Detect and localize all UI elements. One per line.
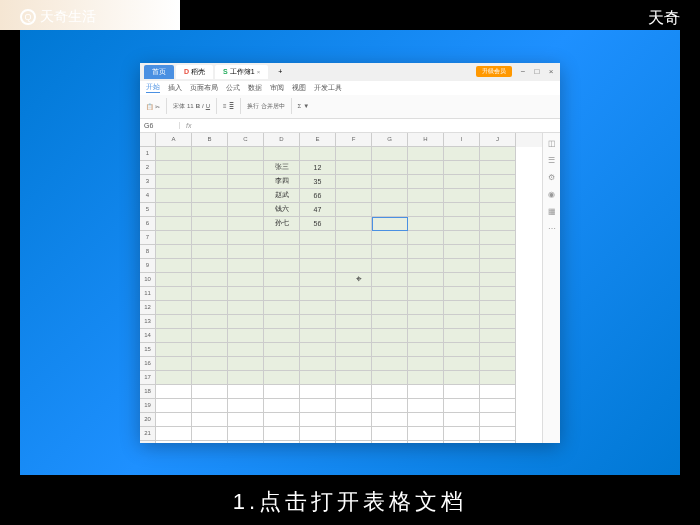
cell[interactable] [300, 357, 336, 371]
cell[interactable] [192, 357, 228, 371]
cell[interactable] [444, 427, 480, 441]
cell[interactable] [444, 343, 480, 357]
cell[interactable] [156, 287, 192, 301]
cell[interactable] [228, 287, 264, 301]
sheet-tab[interactable]: S 工作簿1 × [215, 65, 268, 79]
cell[interactable] [264, 301, 300, 315]
col-header[interactable]: B [192, 133, 228, 147]
menu-start[interactable]: 开始 [146, 82, 160, 93]
cell[interactable] [372, 259, 408, 273]
cell[interactable] [480, 301, 516, 315]
cell[interactable] [372, 427, 408, 441]
cell[interactable] [264, 427, 300, 441]
cell[interactable] [264, 399, 300, 413]
cell[interactable] [228, 273, 264, 287]
cell[interactable] [480, 399, 516, 413]
cell[interactable] [264, 147, 300, 161]
cell[interactable] [264, 441, 300, 443]
cell[interactable] [372, 413, 408, 427]
cell[interactable] [264, 231, 300, 245]
menu-dev[interactable]: 开发工具 [314, 83, 342, 93]
cut-button[interactable]: ✂ [155, 103, 160, 110]
cell[interactable] [228, 231, 264, 245]
cell[interactable] [192, 427, 228, 441]
cell[interactable] [336, 203, 372, 217]
cell[interactable] [480, 357, 516, 371]
minimize-button[interactable]: − [518, 67, 528, 77]
row-header[interactable]: 1 [140, 147, 156, 161]
cell[interactable] [444, 301, 480, 315]
cell[interactable] [480, 231, 516, 245]
row-header[interactable]: 8 [140, 245, 156, 259]
cell[interactable] [300, 427, 336, 441]
cell[interactable] [444, 399, 480, 413]
italic-button[interactable]: I [202, 103, 204, 109]
new-tab-button[interactable]: + [270, 66, 290, 77]
cell[interactable] [480, 273, 516, 287]
cell[interactable] [408, 273, 444, 287]
cell[interactable] [480, 413, 516, 427]
cell[interactable] [300, 231, 336, 245]
cell[interactable] [372, 287, 408, 301]
bold-button[interactable]: B [196, 103, 200, 109]
cell[interactable] [228, 161, 264, 175]
cell[interactable] [372, 273, 408, 287]
cell[interactable] [444, 203, 480, 217]
cell[interactable] [372, 399, 408, 413]
sidebar-icon[interactable]: ◫ [548, 139, 556, 148]
cell[interactable] [300, 329, 336, 343]
cell[interactable] [408, 217, 444, 231]
cell[interactable]: 35 [300, 175, 336, 189]
cell[interactable] [372, 315, 408, 329]
cell[interactable] [444, 147, 480, 161]
menu-data[interactable]: 数据 [248, 83, 262, 93]
col-header[interactable]: C [228, 133, 264, 147]
cell[interactable] [336, 357, 372, 371]
cell[interactable]: 赵武 [264, 189, 300, 203]
cell[interactable] [156, 343, 192, 357]
cell[interactable] [192, 315, 228, 329]
underline-button[interactable]: U [206, 103, 210, 109]
cell[interactable] [156, 259, 192, 273]
row-header[interactable]: 4 [140, 189, 156, 203]
cell[interactable] [408, 175, 444, 189]
cell[interactable] [264, 385, 300, 399]
cell[interactable] [300, 147, 336, 161]
cell[interactable] [156, 413, 192, 427]
row-header[interactable]: 13 [140, 315, 156, 329]
cell[interactable] [228, 175, 264, 189]
cell[interactable] [444, 329, 480, 343]
cell[interactable] [336, 315, 372, 329]
row-header[interactable]: 21 [140, 427, 156, 441]
cell[interactable] [408, 189, 444, 203]
close-tab-icon[interactable]: × [257, 69, 261, 75]
cell[interactable] [444, 189, 480, 203]
cell[interactable] [444, 259, 480, 273]
align-left-icon[interactable]: ≡ [223, 103, 227, 109]
cell[interactable] [336, 259, 372, 273]
row-header[interactable]: 20 [140, 413, 156, 427]
cell[interactable] [372, 231, 408, 245]
row-header[interactable]: 11 [140, 287, 156, 301]
cell[interactable] [480, 259, 516, 273]
align-center-icon[interactable]: ≣ [229, 103, 234, 110]
cell[interactable] [192, 217, 228, 231]
cell[interactable]: 47 [300, 203, 336, 217]
cell[interactable] [444, 315, 480, 329]
cell[interactable] [408, 371, 444, 385]
cell[interactable] [408, 287, 444, 301]
cell[interactable] [228, 329, 264, 343]
cell[interactable] [444, 217, 480, 231]
cell[interactable] [228, 217, 264, 231]
row-header[interactable]: 6 [140, 217, 156, 231]
cell[interactable] [300, 273, 336, 287]
cell[interactable] [228, 259, 264, 273]
cell[interactable] [192, 385, 228, 399]
cell[interactable] [264, 273, 300, 287]
col-header[interactable]: F [336, 133, 372, 147]
cell[interactable] [336, 301, 372, 315]
menu-insert[interactable]: 插入 [168, 83, 182, 93]
col-header[interactable]: I [444, 133, 480, 147]
cell[interactable]: 钱六 [264, 203, 300, 217]
cell[interactable] [264, 329, 300, 343]
